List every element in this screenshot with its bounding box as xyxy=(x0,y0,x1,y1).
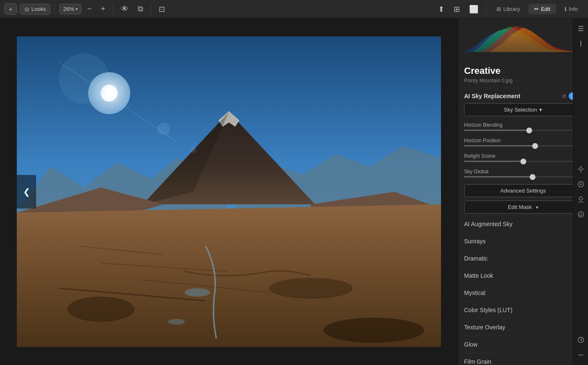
clock-icon-btn[interactable] xyxy=(575,334,587,346)
compare-icon: ⧉ xyxy=(138,5,143,13)
panel-scroll-content: Creative Pointy Mountain 0.jpg AI Sky Re… xyxy=(458,60,588,365)
relight-scene-thumb[interactable] xyxy=(520,159,526,164)
menu-item-texture-overlay[interactable]: Texture Overlay › xyxy=(458,318,588,336)
panel-title-area: Creative Pointy Mountain 0.jpg xyxy=(458,60,588,85)
svg-point-15 xyxy=(67,297,134,322)
svg-rect-27 xyxy=(578,30,583,31)
share-button[interactable]: ⬆ xyxy=(435,3,448,16)
fullscreen-button[interactable]: ⬜ xyxy=(466,3,482,16)
crop-button[interactable]: ⊡ xyxy=(155,3,168,16)
more-dots-icon-btn[interactable] xyxy=(575,349,587,361)
horizon-position-row: Horizon Position 0 xyxy=(458,136,588,151)
edit-mask-button[interactable]: Edit Mask ▾ xyxy=(464,201,582,214)
add-button[interactable]: + xyxy=(4,3,17,15)
svg-point-24 xyxy=(59,53,109,104)
compare-button[interactable]: ⧉ xyxy=(134,3,147,15)
menu-item-matte-look[interactable]: Matte Look › xyxy=(458,267,588,284)
sun-icon-btn[interactable] xyxy=(575,163,587,175)
menu-item-color-styles[interactable]: Color Styles (LUT) › xyxy=(458,301,588,318)
svg-point-42 xyxy=(578,355,580,356)
share-icon: ⬆ xyxy=(438,5,444,14)
svg-point-13 xyxy=(185,288,210,297)
ai-sky-section-header: AI Sky Replacement ↺ xyxy=(458,88,588,103)
dots-vertical-icon-btn[interactable] xyxy=(575,38,587,50)
tab-info[interactable]: ℹ Info xyxy=(559,4,584,14)
looks-button[interactable]: ⊙ Looks xyxy=(20,4,51,15)
advanced-settings-button[interactable]: Advanced Settings xyxy=(464,184,582,197)
menu-item-ai-augmented-sky[interactable]: AI Augmented Sky › xyxy=(458,215,588,232)
face-icon-btn[interactable] xyxy=(575,193,587,205)
sky-global-thumb[interactable] xyxy=(530,174,536,180)
info-icon: ℹ xyxy=(564,6,567,12)
library-icon: ⊞ xyxy=(496,6,501,12)
separator-3 xyxy=(151,4,151,14)
horizon-position-label: Horizon Position xyxy=(464,138,501,143)
looks-icon: ⊙ xyxy=(24,6,29,13)
relight-scene-row: Relight Scene 20 xyxy=(458,151,588,167)
menu-item-glow[interactable]: Glow › xyxy=(458,336,588,353)
panel-subtitle: Pointy Mountain 0.jpg xyxy=(464,78,582,83)
add-icon: + xyxy=(9,5,13,13)
layers-icon-btn[interactable] xyxy=(575,23,587,34)
main-content: ❮ xyxy=(0,18,588,365)
horizon-position-thumb[interactable] xyxy=(532,143,538,149)
grid-icon: ⊞ xyxy=(454,5,460,14)
svg-point-37 xyxy=(579,197,583,200)
svg-rect-25 xyxy=(578,26,583,27)
horizon-blending-thumb[interactable] xyxy=(526,128,532,133)
svg-point-40 xyxy=(581,214,582,214)
menu-item-sunrays[interactable]: Sunrays › xyxy=(458,232,588,250)
zoom-control: 26% ▾ xyxy=(59,4,81,14)
horizon-blending-label: Horizon Blending xyxy=(464,122,502,128)
right-panel: Creative Pointy Mountain 0.jpg AI Sky Re… xyxy=(458,18,588,365)
fullscreen-icon: ⬜ xyxy=(469,5,478,14)
svg-rect-28 xyxy=(580,41,581,47)
smile-icon-btn[interactable] xyxy=(575,209,587,220)
svg-point-43 xyxy=(580,355,581,356)
eye-icon: 👁 xyxy=(121,5,129,13)
edit-mask-row: Edit Mask ▾ xyxy=(458,199,588,215)
menu-items-list: AI Augmented Sky › Sunrays › Dramatic › … xyxy=(458,215,588,365)
sky-selection-button[interactable]: Sky Selection ▾ xyxy=(464,103,582,116)
zoom-out-button[interactable]: − xyxy=(84,3,95,15)
svg-point-39 xyxy=(580,214,580,214)
separator-1 xyxy=(55,4,55,14)
sky-global-track[interactable] xyxy=(464,176,582,177)
canvas-area: ❮ xyxy=(0,18,458,365)
landscape-image xyxy=(17,36,441,347)
ai-sky-title: AI Sky Replacement xyxy=(464,93,520,99)
tab-edit[interactable]: ✏ Edit xyxy=(528,4,556,14)
horizon-blending-row: Horizon Blending 20 xyxy=(458,120,588,136)
svg-point-17 xyxy=(323,318,424,343)
reset-icon[interactable]: ↺ xyxy=(562,93,566,99)
sky-global-label: Sky Global xyxy=(464,169,488,175)
relight-scene-track[interactable] xyxy=(464,161,582,162)
preview-button[interactable]: 👁 xyxy=(118,3,132,15)
photo-canvas xyxy=(17,36,441,347)
tab-library[interactable]: ⊞ Library xyxy=(491,4,526,14)
svg-point-44 xyxy=(582,355,583,356)
horizon-blending-track[interactable] xyxy=(464,130,582,131)
palette-icon-btn[interactable] xyxy=(575,178,587,190)
zoom-in-button[interactable]: + xyxy=(97,3,109,15)
toolbar-right: ⬆ ⊞ ⬜ ⊞ Library ✏ Edit ℹ Info xyxy=(435,3,584,16)
menu-item-mystical[interactable]: Mystical › xyxy=(458,284,588,301)
right-icon-strip xyxy=(573,18,588,365)
prev-photo-button[interactable]: ❮ xyxy=(17,175,36,209)
separator-4 xyxy=(486,4,486,14)
svg-point-30 xyxy=(579,168,582,171)
menu-item-film-grain[interactable]: Film Grain › xyxy=(458,353,588,365)
edit-icon: ✏ xyxy=(534,6,539,12)
histogram-chart xyxy=(464,23,582,52)
grid-button[interactable]: ⊞ xyxy=(450,3,463,16)
photo-container: ❮ xyxy=(17,36,441,347)
advanced-settings-row: Advanced Settings xyxy=(458,182,588,199)
svg-rect-26 xyxy=(578,28,583,29)
horizon-position-track[interactable] xyxy=(464,145,582,146)
horizon-blending-fill xyxy=(464,130,529,131)
svg-point-14 xyxy=(168,319,185,325)
sky-global-fill xyxy=(464,176,533,177)
histogram-area xyxy=(458,18,588,60)
menu-item-dramatic[interactable]: Dramatic › xyxy=(458,250,588,267)
relight-scene-fill xyxy=(464,161,523,162)
